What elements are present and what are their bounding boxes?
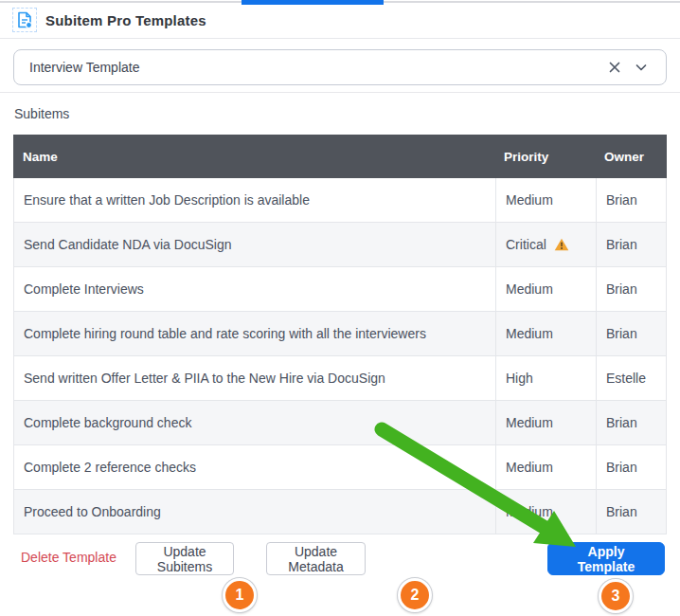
- actions-bar: Delete Template Update Subitems Update M…: [0, 542, 680, 576]
- panel-header: Subitem Pro Templates: [15, 9, 206, 30]
- column-header-name: Name: [13, 135, 494, 178]
- table-row: Proceed to Onboarding Medium Brian: [13, 490, 667, 534]
- priority-value: Medium: [506, 192, 553, 208]
- step-badge-3: 3: [599, 579, 633, 613]
- priority-value: High: [506, 371, 533, 386]
- subitem-priority-cell: Medium: [495, 267, 596, 311]
- table-header-row: Name Priority Owner: [13, 135, 667, 178]
- table-row: Send written Offer Letter & PIIA to the …: [13, 356, 667, 401]
- column-header-owner: Owner: [595, 135, 667, 178]
- table-body: Ensure that a written Job Description is…: [13, 178, 667, 534]
- tab-bar-underline: [0, 0, 680, 6]
- subitem-priority-cell: Critical: [495, 223, 596, 266]
- template-select-value: Interview Template: [29, 60, 601, 75]
- table-row: Complete hiring round table and rate sco…: [13, 312, 667, 356]
- page-title: Subitem Pro Templates: [45, 12, 206, 28]
- subitem-pro-templates-panel: Subitem Pro Templates Interview Template…: [0, 0, 680, 616]
- table-row: Complete Interviews Medium Brian: [13, 267, 667, 312]
- subitem-owner-cell: Brian: [596, 490, 668, 534]
- priority-value: Medium: [506, 460, 553, 475]
- delete-template-link[interactable]: Delete Template: [21, 550, 116, 565]
- subitem-priority-cell: Medium: [495, 490, 596, 534]
- subitem-name-cell: Complete Interviews: [14, 267, 495, 311]
- subitem-owner-cell: Brian: [596, 267, 668, 311]
- priority-value: Medium: [506, 415, 553, 430]
- subitem-owner-cell: Brian: [596, 445, 668, 489]
- subitem-name-cell: Complete background check: [14, 401, 495, 444]
- step-badge-1: 1: [223, 578, 257, 612]
- update-metadata-button[interactable]: Update Metadata: [266, 542, 366, 575]
- subitem-name-cell: Complete 2 reference checks: [14, 445, 495, 489]
- priority-value: Medium: [506, 281, 553, 297]
- priority-value: Critical: [506, 237, 546, 252]
- active-tab-indicator[interactable]: [242, 0, 384, 5]
- update-subitems-button[interactable]: Update Subitems: [135, 542, 234, 575]
- table-row: Complete background check Medium Brian: [13, 401, 667, 445]
- subitem-name-cell: Send written Offer Letter & PIIA to the …: [14, 356, 495, 400]
- subitems-table: Name Priority Owner Ensure that a writte…: [13, 135, 667, 534]
- subitems-label: Subitems: [14, 106, 69, 121]
- subitem-priority-cell: Medium: [495, 401, 596, 444]
- priority-value: Medium: [506, 326, 553, 341]
- warning-icon: [554, 238, 569, 251]
- subitem-priority-cell: Medium: [495, 445, 596, 489]
- subitem-owner-cell: Brian: [596, 312, 668, 355]
- apply-template-button[interactable]: Apply Template: [547, 542, 665, 575]
- subitem-owner-cell: Brian: [596, 223, 668, 266]
- subitem-owner-cell: Brian: [596, 401, 668, 444]
- select-divider: [0, 92, 680, 93]
- template-document-icon: [15, 10, 34, 29]
- subitem-priority-cell: High: [495, 356, 596, 400]
- table-row: Ensure that a written Job Description is…: [13, 178, 667, 223]
- x-clear-icon[interactable]: [601, 54, 628, 81]
- column-header-priority: Priority: [494, 135, 595, 178]
- subitem-name-cell: Send Candidate NDA via DocuSign: [14, 223, 495, 266]
- chevron-down-icon[interactable]: [628, 54, 654, 81]
- header-divider: [0, 38, 680, 39]
- subitem-name-cell: Ensure that a written Job Description is…: [14, 178, 495, 222]
- priority-value: Medium: [506, 504, 553, 519]
- subitem-name-cell: Complete hiring round table and rate sco…: [14, 312, 495, 355]
- step-badge-2: 2: [398, 578, 432, 612]
- subitem-priority-cell: Medium: [495, 312, 596, 355]
- subitem-priority-cell: Medium: [495, 178, 596, 222]
- template-select[interactable]: Interview Template: [13, 49, 667, 85]
- subitem-name-cell: Proceed to Onboarding: [14, 490, 495, 534]
- table-row: Send Candidate NDA via DocuSign Critical…: [13, 223, 667, 267]
- subitem-owner-cell: Estelle: [596, 356, 668, 400]
- table-row: Complete 2 reference checks Medium Brian: [13, 445, 667, 490]
- subitem-owner-cell: Brian: [596, 178, 668, 222]
